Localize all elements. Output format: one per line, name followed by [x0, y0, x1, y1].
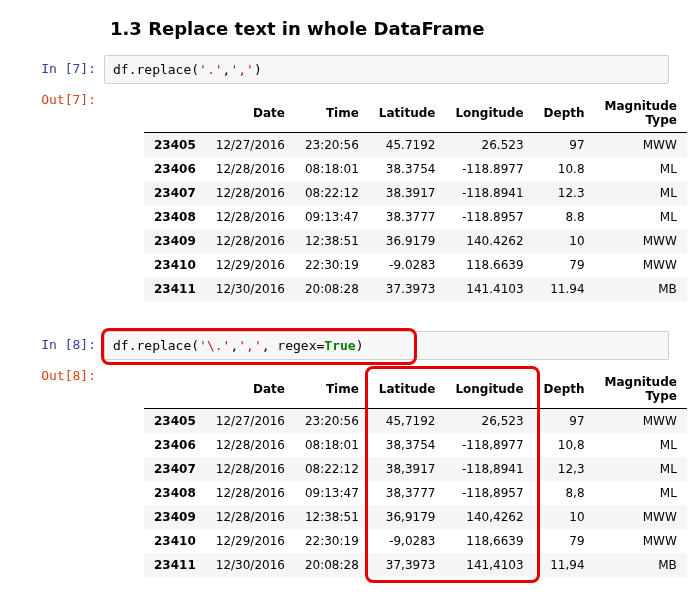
- dataframe-table-7: DateTimeLatitudeLongitudeDepthMagnitude …: [144, 94, 687, 301]
- table-cell: 79: [534, 253, 595, 277]
- table-cell: ML: [595, 481, 687, 505]
- code-string: ',': [238, 338, 261, 353]
- table-row: 2340612/28/201608:18:0138.3754-118.89771…: [144, 157, 687, 181]
- cell-8-input: In [8]: df.replace('\.',',', regex=True): [20, 331, 669, 360]
- table-cell: -9.0283: [369, 253, 446, 277]
- table-cell: 12/28/2016: [206, 205, 295, 229]
- table-cell: 12/29/2016: [206, 529, 295, 553]
- table-row: 2340612/28/201608:18:0138,3754-118,89771…: [144, 433, 687, 457]
- table-cell: 08:18:01: [295, 157, 369, 181]
- code-text: ): [254, 62, 262, 77]
- table-cell: 12/28/2016: [206, 505, 295, 529]
- table-cell: 37.3973: [369, 277, 446, 301]
- table-cell: 8.8: [534, 205, 595, 229]
- table-cell: 12/30/2016: [206, 277, 295, 301]
- table-cell: 97: [534, 133, 595, 158]
- table-cell: MWW: [595, 505, 687, 529]
- table-cell: 12,3: [534, 457, 595, 481]
- table-cell: 08:22:12: [295, 457, 369, 481]
- table-cell: 38.3754: [369, 157, 446, 181]
- table-cell: 118,6639: [445, 529, 533, 553]
- table-cell: ML: [595, 157, 687, 181]
- row-index: 23409: [144, 505, 206, 529]
- row-index: 23406: [144, 157, 206, 181]
- table-corner: [144, 94, 206, 133]
- table-cell: 10: [534, 505, 595, 529]
- table-cell: 08:22:12: [295, 181, 369, 205]
- column-header: Depth: [534, 94, 595, 133]
- table-cell: 12:38:51: [295, 505, 369, 529]
- table-cell: 09:13:47: [295, 481, 369, 505]
- column-header: Longitude: [445, 94, 533, 133]
- table-cell: 12/28/2016: [206, 433, 295, 457]
- table-row: 2340512/27/201623:20:5645.719226.52397MW…: [144, 133, 687, 158]
- code-text: ): [356, 338, 364, 353]
- table-cell: 38,3754: [369, 433, 446, 457]
- table-corner: [144, 370, 206, 409]
- table-cell: 12/28/2016: [206, 229, 295, 253]
- table-row: 2340512/27/201623:20:5645,719226,52397MW…: [144, 409, 687, 434]
- table-cell: 26.523: [445, 133, 533, 158]
- table-cell: 36.9179: [369, 229, 446, 253]
- table-cell: MWW: [595, 409, 687, 434]
- table-cell: 38.3777: [369, 205, 446, 229]
- table-row: 2340712/28/201608:22:1238,3917-118,89411…: [144, 457, 687, 481]
- column-header: Date: [206, 94, 295, 133]
- table-cell: 23:20:56: [295, 133, 369, 158]
- output-area-8: DateTimeLatitudeLongitudeDepthMagnitude …: [104, 362, 687, 591]
- column-header: Latitude: [369, 94, 446, 133]
- table-cell: -118.8977: [445, 157, 533, 181]
- table-cell: 8,8: [534, 481, 595, 505]
- table-cell: 20:08:28: [295, 277, 369, 301]
- code-string: '\.': [199, 338, 230, 353]
- table-cell: 12/27/2016: [206, 133, 295, 158]
- cell-7-output: Out[7]: DateTimeLatitudeLongitudeDepthMa…: [20, 86, 669, 315]
- table-cell: 140.4262: [445, 229, 533, 253]
- prompt-out-7: Out[7]:: [20, 86, 104, 107]
- table-cell: 26,523: [445, 409, 533, 434]
- table-cell: 09:13:47: [295, 205, 369, 229]
- table-cell: MWW: [595, 133, 687, 158]
- output-area-7: DateTimeLatitudeLongitudeDepthMagnitude …: [104, 86, 687, 315]
- table-cell: 38.3917: [369, 181, 446, 205]
- code-text: , regex=: [262, 338, 325, 353]
- table-cell: MB: [595, 277, 687, 301]
- table-cell: -9,0283: [369, 529, 446, 553]
- prompt-in-7: In [7]:: [20, 55, 104, 76]
- table-cell: -118.8957: [445, 205, 533, 229]
- code-input-8[interactable]: df.replace('\.',',', regex=True): [104, 331, 669, 360]
- table-cell: MB: [595, 553, 687, 577]
- column-header: Time: [295, 370, 369, 409]
- table-cell: 45,7192: [369, 409, 446, 434]
- section-title: 1.3 Replace text in whole DataFrame: [110, 18, 669, 39]
- row-index: 23411: [144, 277, 206, 301]
- prompt-in-8: In [8]:: [20, 331, 104, 352]
- cell-8-output: Out[8]: DateTimeLatitudeLongitudeDepthMa…: [20, 362, 669, 591]
- table-cell: ML: [595, 205, 687, 229]
- table-cell: 11.94: [534, 277, 595, 301]
- table-cell: 79: [534, 529, 595, 553]
- table-cell: 10.8: [534, 157, 595, 181]
- row-index: 23405: [144, 409, 206, 434]
- table-cell: 37,3973: [369, 553, 446, 577]
- table-cell: 23:20:56: [295, 409, 369, 434]
- column-header: Latitude: [369, 370, 446, 409]
- code-text: df.replace(: [113, 338, 199, 353]
- row-index: 23407: [144, 181, 206, 205]
- cell-7-input: In [7]: df.replace('.',','): [20, 55, 669, 84]
- table-row: 2340912/28/201612:38:5136,9179140,426210…: [144, 505, 687, 529]
- table-cell: MWW: [595, 529, 687, 553]
- table-cell: 12/30/2016: [206, 553, 295, 577]
- table-row: 2340812/28/201609:13:4738,3777-118,89578…: [144, 481, 687, 505]
- row-index: 23408: [144, 481, 206, 505]
- column-header: Time: [295, 94, 369, 133]
- table-row: 2341112/30/201620:08:2837,3973141,410311…: [144, 553, 687, 577]
- table-row: 2341012/29/201622:30:19-9,0283118,663979…: [144, 529, 687, 553]
- table-cell: -118,8941: [445, 457, 533, 481]
- code-input-7[interactable]: df.replace('.',','): [104, 55, 669, 84]
- table-cell: 12/28/2016: [206, 181, 295, 205]
- table-row: 2340712/28/201608:22:1238.3917-118.89411…: [144, 181, 687, 205]
- table-cell: 38,3917: [369, 457, 446, 481]
- table-cell: -118,8957: [445, 481, 533, 505]
- table-cell: 10: [534, 229, 595, 253]
